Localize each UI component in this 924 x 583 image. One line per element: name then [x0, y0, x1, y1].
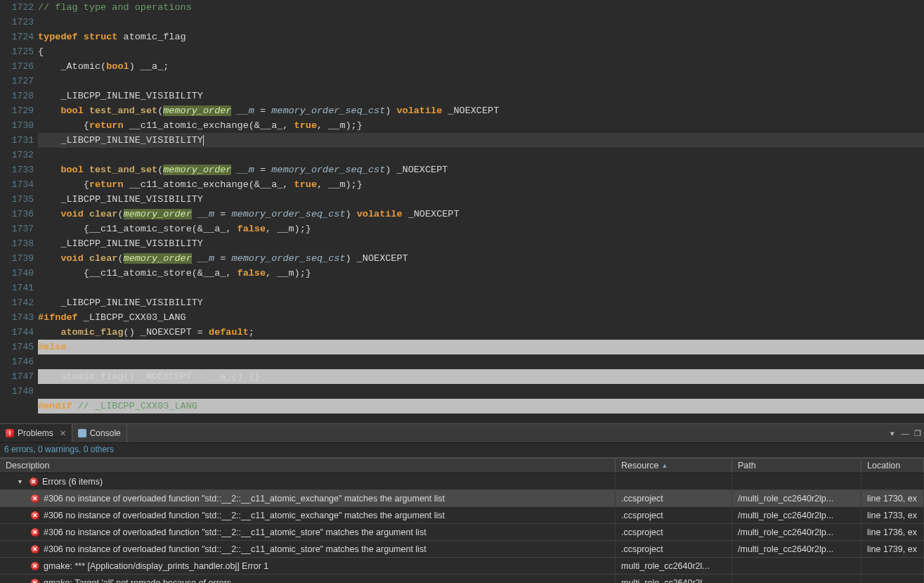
problem-resource: .ccsproject: [616, 490, 732, 506]
code-line[interactable]: {__c11_atomic_store(&__a_, false, __m);}: [38, 224, 311, 234]
code-line[interactable]: bool test_and_set(memory_order __m = mem…: [38, 105, 499, 116]
tab-console-label: Console: [90, 428, 121, 438]
problem-description: ✕gmake: Target 'all' not remade because …: [0, 575, 616, 583]
problem-location: line 1730, ex: [861, 490, 924, 506]
code-line[interactable]: _LIBCPP_INLINE_VISIBILITY: [38, 238, 203, 249]
problem-path: /multi_role_cc2640r2lp...: [732, 490, 861, 506]
sort-asc-icon: ▲: [662, 462, 668, 469]
problem-resource: .ccsproject: [616, 524, 732, 540]
col-description[interactable]: Description: [0, 459, 616, 473]
tab-problems-label: Problems: [18, 428, 53, 438]
code-line[interactable]: void clear(memory_order __m = memory_ord…: [38, 253, 408, 264]
errors-group-row[interactable]: ▾ ✕ Errors (6 items): [0, 473, 924, 490]
problem-resource: multi_role_cc2640r2l...: [616, 575, 732, 583]
panel-minimize-button[interactable]: —: [899, 427, 911, 440]
code-line[interactable]: _LIBCPP_INLINE_VISIBILITY: [38, 297, 203, 308]
code-line[interactable]: {return __c11_atomic_exchange(&__a_, tru…: [38, 120, 363, 131]
problem-location: line 1733, ex: [861, 507, 924, 523]
code-line[interactable]: atomic_flag() _NOEXCEPT = default;: [38, 327, 254, 338]
problem-path: /multi_role_cc2640r2lp...: [732, 541, 861, 557]
problem-path: [732, 558, 861, 574]
code-line[interactable]: bool test_and_set(memory_order __m = mem…: [38, 165, 448, 175]
problems-summary: 6 errors, 0 warnings, 0 others: [0, 443, 924, 458]
code-line[interactable]: _Atomic(bool) __a_;: [38, 61, 169, 72]
error-icon: ✕: [31, 579, 39, 584]
bottom-panel-tabs: ! Problems ✕ Console ▾ — ❐: [0, 423, 924, 443]
problem-path: /multi_role_cc2640r2lp...: [732, 507, 861, 523]
error-icon: ✕: [31, 511, 39, 520]
problem-description: ✕#306 no instance of overloaded function…: [0, 507, 616, 523]
problem-description: ✕#306 no instance of overloaded function…: [0, 490, 616, 506]
col-resource[interactable]: Resource▲: [616, 459, 732, 473]
error-icon: ✕: [30, 478, 38, 486]
tab-console[interactable]: Console: [72, 424, 127, 442]
panel-menu-dropdown[interactable]: ▾: [886, 427, 899, 440]
problems-header: Description Resource▲ Path Location: [0, 458, 924, 473]
problem-location: [861, 575, 924, 583]
problem-location: line 1736, ex: [861, 524, 924, 540]
problem-row[interactable]: ✕#306 no instance of overloaded function…: [0, 541, 924, 558]
col-location[interactable]: Location: [861, 459, 924, 473]
code-line[interactable]: atomic_flag() _NOEXCEPT : __a_() {}: [38, 369, 924, 384]
code-line[interactable]: #endif // _LIBCPP_CXX03_LANG: [38, 399, 924, 414]
code-line[interactable]: // flag type and operations: [38, 2, 192, 13]
code-line[interactable]: {__c11_atomic_store(&__a_, false, __m);}: [38, 268, 311, 278]
errors-group-cell: ▾ ✕ Errors (6 items): [0, 473, 616, 489]
problems-table[interactable]: Description Resource▲ Path Location ▾ ✕ …: [0, 458, 924, 583]
code-line[interactable]: void clear(memory_order __m = memory_ord…: [38, 209, 460, 219]
code-line[interactable]: _LIBCPP_INLINE_VISIBILITY: [38, 194, 203, 205]
code-line[interactable]: typedef struct atomic_flag: [38, 32, 186, 42]
code-line[interactable]: _LIBCPP_INLINE_VISIBILITY: [38, 133, 924, 148]
close-icon[interactable]: ✕: [60, 429, 66, 438]
problem-description: ✕#306 no instance of overloaded function…: [0, 541, 616, 557]
col-path[interactable]: Path: [732, 459, 861, 473]
errors-group-label: Errors (6 items): [42, 477, 103, 487]
problem-path: /multi_role_cc2640r2lp...: [732, 524, 861, 540]
code-line[interactable]: #ifndef _LIBCPP_CXX03_LANG: [38, 312, 186, 323]
problem-row[interactable]: ✕#306 no instance of overloaded function…: [0, 507, 924, 524]
line-gutter: 1722172317241725172617271728172917301731…: [0, 0, 38, 423]
error-icon: !: [6, 429, 14, 437]
problem-resource: .ccsproject: [616, 507, 732, 523]
error-icon: ✕: [31, 528, 39, 537]
code-line[interactable]: {return __c11_atomic_exchange(&__a_, tru…: [38, 179, 363, 190]
console-icon: [78, 429, 86, 437]
problem-path: [732, 575, 861, 583]
panel-maximize-button[interactable]: ❐: [911, 427, 924, 440]
problem-row[interactable]: ✕gmake: Target 'all' not remade because …: [0, 575, 924, 583]
tab-problems[interactable]: ! Problems ✕: [0, 424, 72, 442]
problem-location: [861, 558, 924, 574]
problem-resource: multi_role_cc2640r2l...: [616, 558, 732, 574]
code-line[interactable]: #else: [38, 340, 924, 354]
collapse-icon[interactable]: ▾: [18, 478, 25, 485]
problem-description: ✕gmake: *** [Application/display_prints_…: [0, 558, 616, 574]
problem-description: ✕#306 no instance of overloaded function…: [0, 524, 616, 540]
problem-location: line 1739, ex: [861, 541, 924, 557]
problem-row[interactable]: ✕gmake: *** [Application/display_prints_…: [0, 558, 924, 575]
code-content[interactable]: // flag type and operations typedef stru…: [38, 0, 924, 423]
code-line[interactable]: {: [38, 46, 44, 57]
problem-row[interactable]: ✕#306 no instance of overloaded function…: [0, 490, 924, 507]
code-editor[interactable]: 1722172317241725172617271728172917301731…: [0, 0, 924, 423]
error-icon: ✕: [31, 562, 39, 570]
error-icon: ✕: [31, 545, 39, 553]
problem-row[interactable]: ✕#306 no instance of overloaded function…: [0, 524, 924, 541]
code-line[interactable]: _LIBCPP_INLINE_VISIBILITY: [38, 91, 203, 101]
problem-resource: .ccsproject: [616, 541, 732, 557]
error-icon: ✕: [31, 494, 39, 503]
